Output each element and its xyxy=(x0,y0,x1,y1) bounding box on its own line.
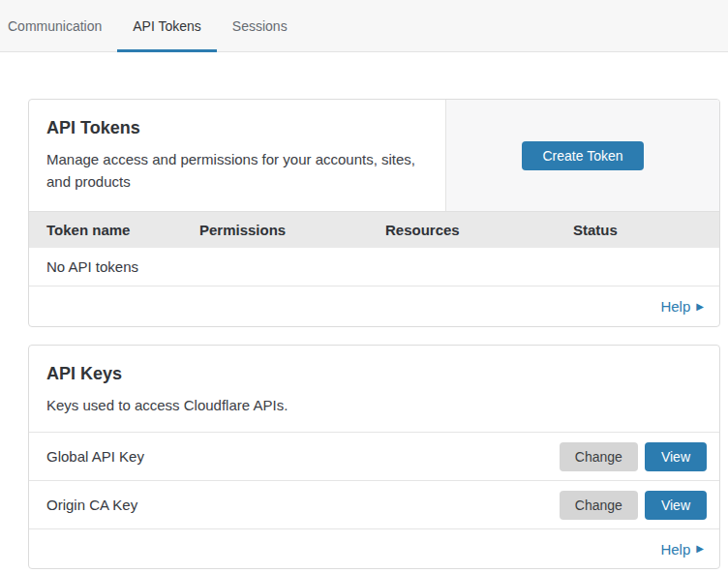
api-tokens-card-footer: Help ▶ xyxy=(29,286,719,326)
api-keys-help-label: Help xyxy=(660,541,690,558)
api-tokens-card-intro: API Tokens Manage access and permissions… xyxy=(29,100,445,211)
tokens-table-header-permissions: Permissions xyxy=(199,222,385,238)
api-tokens-help-link[interactable]: Help ▶ xyxy=(660,298,704,315)
api-tokens-help-label: Help xyxy=(660,298,690,315)
tokens-table-header-resources: Resources xyxy=(385,222,573,238)
tokens-table-header-status: Status xyxy=(573,222,702,238)
global-api-key-view-button[interactable]: View xyxy=(645,442,707,471)
api-keys-card-footer: Help ▶ xyxy=(29,528,719,568)
help-arrow-icon: ▶ xyxy=(696,544,704,554)
api-keys-help-link[interactable]: Help ▶ xyxy=(660,541,704,558)
key-name-global-api-key: Global API Key xyxy=(46,448,560,465)
help-arrow-icon: ▶ xyxy=(696,302,704,312)
tab-sessions-label: Sessions xyxy=(232,18,288,34)
api-keys-description: Keys used to access Cloudflare APIs. xyxy=(46,394,702,416)
key-row-global-api-key: Global API Key Change View xyxy=(29,432,719,480)
api-tokens-card: API Tokens Manage access and permissions… xyxy=(28,99,720,327)
tokens-empty-message: No API tokens xyxy=(46,258,138,275)
key-row-origin-ca-key: Origin CA Key Change View xyxy=(29,480,719,528)
api-keys-card-header: API Keys Keys used to access Cloudflare … xyxy=(29,346,719,432)
tokens-table-header-token-name: Token name xyxy=(46,222,199,238)
api-keys-card: API Keys Keys used to access Cloudflare … xyxy=(28,345,720,569)
key-actions-global: Change View xyxy=(560,442,707,471)
tab-bar: Communication API Tokens Sessions xyxy=(0,0,728,52)
origin-ca-key-view-button[interactable]: View xyxy=(645,491,707,520)
key-actions-origin-ca: Change View xyxy=(560,491,707,520)
tab-sessions[interactable]: Sessions xyxy=(217,0,303,51)
create-token-button[interactable]: Create Token xyxy=(522,141,643,170)
api-tokens-title: API Tokens xyxy=(46,118,428,138)
tab-api-tokens-label: API Tokens xyxy=(133,18,201,34)
api-keys-title: API Keys xyxy=(46,364,702,384)
api-tokens-description: Manage access and permissions for your a… xyxy=(46,148,428,193)
tab-communication-label: Communication xyxy=(8,18,102,34)
origin-ca-key-change-button[interactable]: Change xyxy=(560,491,638,520)
tokens-table-empty-row: No API tokens xyxy=(29,248,719,286)
api-tokens-card-header: API Tokens Manage access and permissions… xyxy=(29,100,719,211)
tab-api-tokens[interactable]: API Tokens xyxy=(117,0,217,51)
tab-communication[interactable]: Communication xyxy=(8,0,117,51)
key-name-origin-ca-key: Origin CA Key xyxy=(46,497,560,513)
global-api-key-change-button[interactable]: Change xyxy=(560,442,638,471)
tokens-table-header: Token name Permissions Resources Status xyxy=(29,211,719,248)
api-tokens-card-action-panel: Create Token xyxy=(445,100,719,211)
